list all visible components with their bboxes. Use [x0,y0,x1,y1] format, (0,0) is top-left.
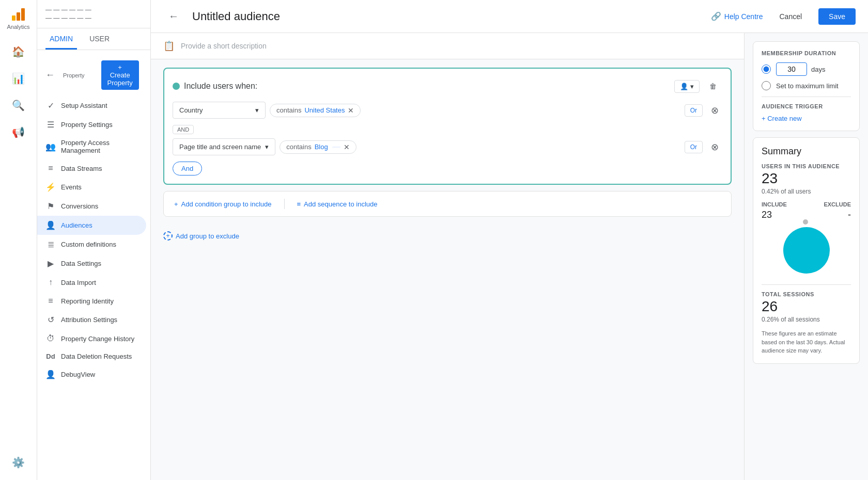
country-tag-close[interactable]: ✕ [348,106,354,115]
days-input-wrap: days [776,62,825,76]
sidebar-top: — — — — — — — — — — — — [37,0,150,28]
sessions-count: 26 [762,299,851,314]
property-name: — — — — — — [45,14,142,22]
exclude-circle-icon: + [163,231,173,241]
membership-duration-section: MEMBERSHIP DURATION days Set to maximum … [753,41,860,131]
sidebar-back-btn[interactable]: ← [45,67,55,84]
person-scope-btn[interactable]: 👤 ▾ [674,80,700,93]
audience-trigger-title: AUDIENCE TRIGGER [762,103,851,109]
setup-icon: ✓ [45,101,56,110]
data-streams-icon: ≡ [45,164,56,173]
save-btn[interactable]: Save [818,8,856,25]
sidebar-item-label: Property Access Management [61,139,138,154]
sidebar-item-access[interactable]: 👥 Property Access Management [37,134,146,159]
exclude-count: - [848,210,851,220]
sequence-icon: ≡ [297,200,301,208]
page-title-or-btn[interactable]: Or [685,141,703,153]
topbar-actions: 🔗 Help Centre Cancel Save [711,8,856,25]
add-exclude-group-btn[interactable]: + Add group to exclude [163,225,239,247]
chart-dot [803,219,808,225]
help-icon: 🔗 [711,11,721,21]
chart-area [762,225,851,276]
data-settings-icon: ▶ [45,259,56,268]
sessions-pct: 0.26% of all sessions [762,316,851,323]
and-btn[interactable]: And [173,162,202,175]
add-sequence-btn[interactable]: ≡ Add sequence to include [297,200,378,208]
country-field-dropdown[interactable]: Country ▾ [173,102,266,119]
page-title-remove-btn[interactable]: ⊗ [707,139,722,155]
nav-settings-icon[interactable]: ⚙️ [6,450,31,475]
page-title-value-area: contains Blog ✕ Or [280,140,703,154]
include-count: 23 [762,210,772,220]
sidebar-item-attribution[interactable]: ↺ Attribution Settings [37,310,146,329]
days-radio[interactable] [762,65,771,74]
sidebar-item-audiences[interactable]: 👤 Audiences [37,216,146,235]
nav-advertising-icon[interactable]: 📢 [6,120,31,145]
summary-title: Summary [762,146,851,157]
help-centre-btn[interactable]: 🔗 Help Centre [711,11,763,21]
sessions-label: TOTAL SESSIONS [762,291,851,297]
nav-home-icon[interactable]: 🏠 [6,39,31,64]
add-condition-group-btn[interactable]: + Add condition group to include [174,200,272,208]
change-history-icon: ⏱ [45,334,56,343]
users-pct: 0.42% of all users [762,188,851,195]
sidebar-item-data-streams[interactable]: ≡ Data Streams [37,159,146,178]
sidebar-item-data-deletion[interactable]: Dd Data Deletion Requests [37,348,146,365]
description-bar: 📋 Provide a short description [151,33,744,59]
page-title: Untitled audience [192,10,703,23]
summary-note: These figures are an estimate based on t… [762,329,851,355]
events-icon: ⚡ [45,182,56,192]
sidebar-tabs: ADMIN USER [37,28,150,50]
max-limit-label: Set to maximum limit [776,82,839,90]
and-badge: AND [173,125,194,134]
sidebar-item-reporting-identity[interactable]: ≡ Reporting Identity [37,292,146,310]
sidebar-item-data-settings[interactable]: ▶ Data Settings [37,254,146,273]
sidebar-item-change-history[interactable]: ⏱ Property Change History [37,329,146,348]
sidebar-item-label: Events [61,183,82,191]
sidebar-item-label: Property Settings [61,121,113,129]
page-title-tag-close[interactable]: ✕ [344,143,350,151]
page-title-field-dropdown[interactable]: Page title and screen name ▾ [173,138,275,155]
property-settings-icon: ☰ [45,120,56,130]
topbar-back-btn[interactable]: ← [163,6,184,27]
condition-row-country: Country ▾ contains United States ✕ Or ⊗ [173,102,722,119]
max-limit-radio[interactable] [762,81,771,90]
sidebar-item-label: Data Import [61,279,96,286]
page-title-value-tag: contains Blog ✕ [280,140,356,154]
sidebar-item-data-import[interactable]: ↑ Data Import [37,273,146,292]
editor-panel: 📋 Provide a short description Include us… [151,33,744,480]
sidebar-item-events[interactable]: ⚡ Events [37,178,146,197]
tab-admin[interactable]: ADMIN [45,28,77,50]
sidebar-item-setup[interactable]: ✓ Setup Assistant [37,96,146,115]
sidebar-item-label: DebugView [61,371,95,378]
add-group-bar: + Add condition group to include ≡ Add s… [163,191,732,217]
group-actions: 👤 ▾ 🗑 [674,77,722,95]
cancel-btn[interactable]: Cancel [771,8,810,25]
sidebar-item-label: Property Change History [61,335,134,343]
country-remove-btn[interactable]: ⊗ [707,103,722,118]
right-panel: MEMBERSHIP DURATION days Set to maximum … [744,33,868,480]
sidebar-item-custom-definitions[interactable]: ≣ Custom definitions [37,235,146,254]
sidebar-item-debugview[interactable]: 👤 DebugView [37,365,146,384]
nav-explore-icon[interactable]: 🔍 [6,93,31,118]
sidebar-item-conversions[interactable]: ⚑ Conversions [37,197,146,216]
dropdown-arrow-2: ▾ [265,143,269,151]
delete-group-btn[interactable]: 🗑 [704,77,722,95]
tab-user[interactable]: USER [85,28,114,50]
country-or-btn[interactable]: Or [685,104,703,117]
nav-reports-icon[interactable]: 📊 [6,66,31,91]
person-icon: 👤 [680,83,688,90]
content-area: 📋 Provide a short description Include us… [151,33,868,480]
create-property-btn[interactable]: + Create Property [101,60,139,90]
sidebar-item-property-settings[interactable]: ☰ Property Settings [37,115,146,134]
group-dot [173,83,180,90]
create-new-trigger-btn[interactable]: + Create new [762,115,802,122]
days-input[interactable] [776,62,807,76]
logo-bars [12,8,25,21]
exclude-area: + Add group to exclude [163,223,732,249]
country-value-tag: contains United States ✕ [270,104,361,117]
chevron-down-icon: ▾ [690,83,694,90]
account-name: — — — — — — [45,6,142,13]
description-placeholder[interactable]: Provide a short description [181,42,267,50]
logo-bar-3 [21,8,25,21]
